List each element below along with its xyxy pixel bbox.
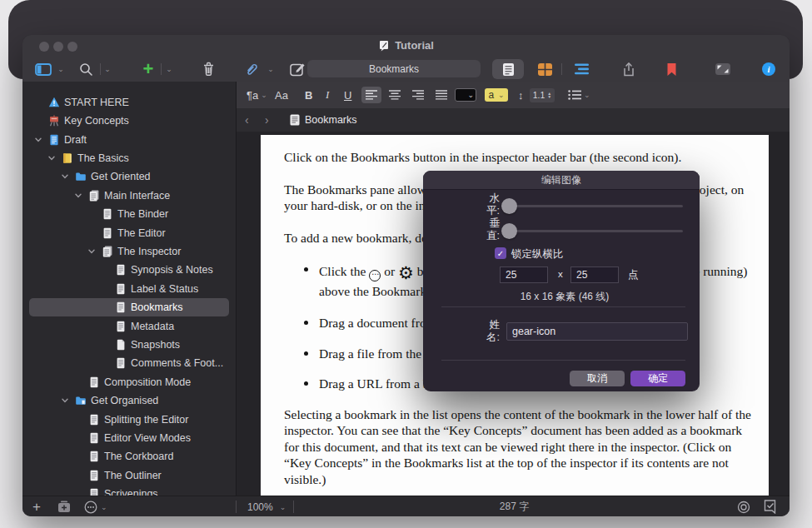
- corkboard-icon: [537, 62, 553, 77]
- highlight-swatch: a⌄: [485, 88, 508, 102]
- binder-item-snapshots[interactable]: Snapshots: [22, 336, 236, 354]
- history-forward-button[interactable]: ›: [265, 108, 269, 132]
- item-menu-button[interactable]: ⌄: [84, 496, 107, 516]
- doc-icon: [115, 264, 127, 276]
- binder-item-label: Composition Mode: [104, 376, 191, 388]
- width-input[interactable]: 25: [500, 266, 548, 283]
- binder-item-the-inspector[interactable]: The Inspector: [22, 242, 236, 261]
- binder-item-get-organised[interactable]: Get Organised: [22, 391, 236, 410]
- folder-badge-icon: [75, 395, 87, 406]
- view-mode-document-button[interactable]: [492, 59, 524, 79]
- binder-item-the-binder[interactable]: The Binder: [22, 205, 236, 223]
- toolbar-divider: [100, 63, 101, 75]
- binder-item-main-interface[interactable]: Main Interface: [22, 187, 236, 205]
- start-here-icon: [48, 97, 60, 108]
- view-mode-corkboard-button[interactable]: [529, 59, 560, 79]
- highlight-color-well[interactable]: a⌄: [485, 82, 508, 108]
- binder-item-label: Synopsis & Notes: [131, 264, 213, 276]
- binder-item-label: Bookmarks: [131, 301, 183, 313]
- binder-item-metadata[interactable]: Metadata: [22, 317, 236, 336]
- attach-chevron[interactable]: ⌄: [266, 57, 276, 82]
- binder-item-editor-view-modes[interactable]: Editor View Modes: [22, 429, 236, 447]
- disclosure-triangle-icon[interactable]: [87, 247, 96, 256]
- inspector-info-button[interactable]: i: [759, 57, 779, 82]
- align-center-button[interactable]: [385, 87, 405, 103]
- binder-item-start-here[interactable]: START HERE: [22, 93, 236, 112]
- toolbar-title-field[interactable]: Bookmarks: [307, 60, 481, 77]
- binder-item-splitting-the-editor[interactable]: Splitting the Editor: [22, 411, 236, 429]
- zoom-control[interactable]: 100% ⌄: [247, 496, 286, 516]
- binder-item-composition-mode[interactable]: Composition Mode: [22, 373, 236, 391]
- horizontal-slider-track[interactable]: [506, 205, 683, 207]
- disclosure-triangle-icon[interactable]: [61, 396, 69, 405]
- bookmark-button[interactable]: [662, 57, 680, 82]
- binder-item-label: Splitting the Editor: [104, 414, 188, 426]
- trash-button[interactable]: [199, 57, 217, 82]
- binder-item-label: The Corkboard: [104, 451, 173, 462]
- editor-doc-icon: [290, 108, 300, 132]
- search-button[interactable]: [76, 57, 96, 82]
- disclosure-triangle-icon[interactable]: [74, 192, 82, 200]
- binder-item-label: Key Concepts: [64, 115, 129, 127]
- binder-item-label-status[interactable]: Label & Status: [22, 280, 236, 298]
- vertical-slider-track[interactable]: [506, 230, 683, 232]
- times-label: x: [558, 269, 563, 279]
- binder-item-get-oriented[interactable]: Get Oriented: [22, 167, 236, 186]
- search-chevron[interactable]: ⌄: [102, 57, 112, 82]
- disclosure-triangle-icon[interactable]: [34, 136, 42, 144]
- disclosure-triangle-icon[interactable]: [61, 172, 69, 181]
- name-input[interactable]: gear-icon: [506, 322, 688, 341]
- view-mode-outline-button[interactable]: [565, 59, 597, 79]
- writing-target-button[interactable]: [737, 496, 750, 516]
- binder-item-the-outliner[interactable]: The Outliner: [22, 466, 236, 485]
- lock-aspect-ratio-checkbox[interactable]: ✓: [495, 247, 506, 259]
- binder-item-the-corkboard[interactable]: The Corkboard: [22, 447, 236, 466]
- binder-item-key-concepts[interactable]: Key Concepts: [22, 112, 236, 130]
- dialog-divider: [441, 360, 685, 361]
- history-back-button[interactable]: ‹: [245, 108, 249, 132]
- align-left-button[interactable]: [361, 87, 381, 103]
- attach-button[interactable]: [242, 57, 261, 82]
- binder-item-the-basics[interactable]: The Basics: [22, 149, 236, 167]
- height-input[interactable]: 25: [570, 266, 619, 283]
- binder-item-the-editor[interactable]: The Editor: [22, 224, 236, 242]
- binder-item-scrivenings[interactable]: Scrivenings: [22, 485, 236, 496]
- line-spacing-stepper[interactable]: 1.1▲▼: [530, 82, 555, 108]
- add-item-button[interactable]: +: [139, 57, 157, 83]
- italic-button[interactable]: I: [326, 82, 329, 108]
- ok-button[interactable]: 确定: [630, 371, 685, 386]
- add-folder-button[interactable]: [57, 496, 71, 516]
- underline-button[interactable]: U: [344, 82, 351, 108]
- text-color-well[interactable]: ⌄: [455, 82, 476, 108]
- align-justify-button[interactable]: [431, 87, 451, 103]
- font-button[interactable]: Aa: [275, 82, 288, 108]
- horizontal-slider-knob[interactable]: [501, 198, 517, 214]
- disclosure-triangle-icon[interactable]: [47, 154, 56, 162]
- easel-icon: [48, 115, 60, 127]
- add-item-chevron[interactable]: ⌄: [164, 57, 174, 82]
- doc-icon: [88, 488, 100, 496]
- add-document-button[interactable]: +: [32, 496, 41, 516]
- compose-button[interactable]: [287, 57, 307, 82]
- share-button[interactable]: [619, 57, 639, 82]
- binder-item-comments-foot[interactable]: Comments & Foot...: [22, 354, 236, 372]
- binder-toggle-chevron[interactable]: ⌄: [56, 57, 66, 82]
- paragraph-style-button[interactable]: ¶a⌄: [247, 82, 267, 108]
- align-right-button[interactable]: [408, 87, 428, 103]
- binder-item-bookmarks[interactable]: Bookmarks: [22, 298, 236, 316]
- toolbar-divider: [161, 63, 162, 75]
- document-status-button[interactable]: [764, 496, 776, 516]
- list-style-button[interactable]: ⌄: [568, 82, 590, 108]
- chevron-down-icon[interactable]: ⌄: [280, 503, 286, 511]
- doc-icon: [102, 208, 113, 220]
- vertical-slider-knob[interactable]: [501, 223, 517, 239]
- binder-item-draft[interactable]: Draft: [22, 131, 236, 149]
- binder-toggle-button[interactable]: [32, 57, 54, 82]
- quick-reference-button[interactable]: [712, 57, 734, 82]
- stepper-arrows-icon[interactable]: ▲▼: [547, 92, 551, 98]
- chevron-down-icon[interactable]: ⌄: [101, 503, 107, 511]
- bold-button[interactable]: B: [305, 82, 312, 108]
- cancel-button[interactable]: 取消: [570, 371, 625, 386]
- binder-item-synopsis-notes[interactable]: Synopsis & Notes: [22, 261, 236, 279]
- dialog-title-bar[interactable]: 编辑图像: [423, 171, 700, 190]
